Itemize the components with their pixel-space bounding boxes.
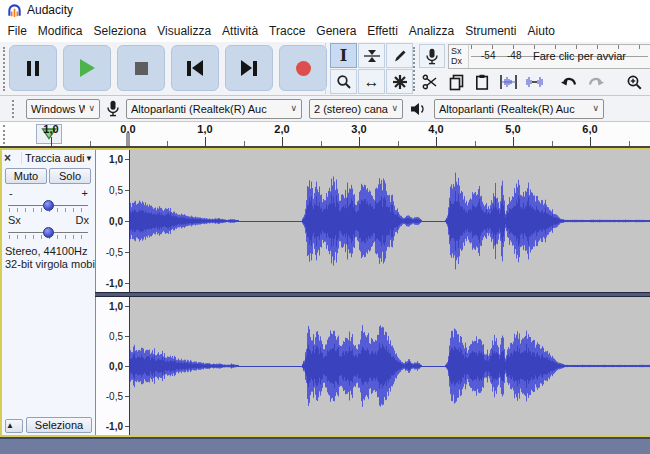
vruler-label: -1,0 [106, 278, 123, 289]
chevron-down-icon: ∨ [85, 104, 95, 113]
stop-button[interactable] [117, 45, 165, 91]
timeline-label: 5,0 [505, 123, 520, 135]
stop-icon [135, 62, 148, 75]
vertical-ruler-ch1[interactable]: 1,00,50,0-0,5-1,0 [95, 150, 129, 292]
silence-icon [525, 74, 544, 90]
gain-slider-thumb[interactable] [43, 200, 54, 211]
pause-button[interactable] [9, 45, 57, 91]
multi-tool-button[interactable] [386, 69, 413, 94]
copy-button[interactable] [443, 70, 469, 94]
menu-item-modifica[interactable]: Modifica [32, 21, 88, 41]
menu-item-effetti[interactable]: Effetti [362, 21, 403, 41]
timeline-label: 1,0 [43, 123, 58, 135]
pan-right-label: Dx [76, 214, 89, 226]
track-control-panel: × Traccia audi ▼ Muto Solo - + Sx Dx Ste… [2, 150, 95, 435]
timeline-label: 3,0 [351, 123, 366, 135]
scissors-icon [422, 74, 438, 90]
gain-max-label: + [82, 187, 88, 199]
meter-status-text: Fare clic per avviar [533, 50, 626, 62]
menu-item-strumenti[interactable]: Strumenti [460, 21, 522, 41]
timeline-label: 4,0 [428, 123, 443, 135]
record-button[interactable] [279, 45, 327, 91]
audio-host-select[interactable]: Windows W ∨ [26, 99, 100, 119]
recording-device-select[interactable]: Altoparlanti (Realtek(R) Auc ∨ [126, 99, 302, 119]
vertical-ruler-ch2[interactable]: 1,00,50,0-0,5-1,0 [95, 297, 129, 435]
waveform-ch1[interactable] [129, 150, 650, 292]
edit-toolbar [417, 69, 647, 95]
track-info-format: Stereo, 44100Hz [5, 245, 95, 257]
menu-item-attività[interactable]: Attività [217, 21, 264, 41]
device-toolbar-grip[interactable] [12, 100, 17, 118]
menu-item-visualizza[interactable]: Visualizza [152, 21, 217, 41]
vruler-label: 0,0 [109, 216, 123, 227]
vruler-label: -0,5 [106, 247, 123, 258]
title-bar: Audacity [0, 0, 650, 20]
pan-slider-thumb[interactable] [43, 227, 54, 238]
play-icon [80, 59, 95, 77]
microphone-icon [107, 100, 119, 117]
pan-slider[interactable] [8, 227, 88, 241]
paste-icon [474, 74, 490, 91]
playback-device-select[interactable]: Altoparlanti (Realtek(R) Auc ∨ [434, 99, 604, 119]
vruler-label: 1,0 [109, 154, 123, 165]
meter-scale-label: -48 [507, 50, 521, 61]
magnifier-icon [336, 74, 352, 90]
microphone-icon [426, 48, 438, 65]
envelope-tool-button[interactable] [358, 43, 385, 68]
skip-start-icon [187, 60, 203, 76]
record-icon [296, 61, 311, 76]
chevron-down-icon: ∨ [287, 104, 297, 113]
silence-audio-button[interactable] [521, 70, 547, 94]
meter-scale-label: -54 [481, 50, 495, 61]
pan-left-label: Sx [8, 214, 21, 226]
zoom-tool-button[interactable] [330, 69, 357, 94]
trim-icon [499, 74, 518, 90]
transport-toolbar-grip[interactable] [3, 47, 8, 91]
mute-button[interactable]: Muto [5, 168, 47, 184]
track-name-dropdown[interactable]: Traccia audi ▼ [21, 152, 93, 164]
audacity-logo-icon [7, 3, 22, 18]
empty-track-space [0, 437, 650, 454]
close-track-button[interactable]: × [4, 151, 18, 165]
menu-item-aiuto[interactable]: Aiuto [522, 21, 560, 41]
waveform-ch2[interactable] [129, 297, 650, 435]
trim-audio-button[interactable] [495, 70, 521, 94]
play-button[interactable] [63, 45, 111, 91]
draw-tool-button[interactable] [386, 43, 413, 68]
timeline-label: 2,0 [274, 123, 289, 135]
track-name: Traccia audi [25, 152, 85, 164]
menu-item-seleziona[interactable]: Seleziona [88, 21, 152, 41]
redo-icon [586, 75, 605, 89]
cut-button[interactable] [417, 70, 443, 94]
record-meter-mic-button[interactable] [419, 44, 445, 68]
collapse-track-button[interactable]: ▲ [5, 419, 23, 433]
timeshift-tool-button[interactable]: ↔ [358, 69, 385, 94]
vruler-label: 0,5 [109, 185, 123, 196]
recording-channels-select[interactable]: 2 (stereo) canali d ∨ [309, 99, 403, 119]
transport-toolbar [9, 45, 327, 91]
gain-slider[interactable] [8, 200, 88, 214]
zoom-in-button[interactable] [621, 70, 647, 94]
selection-tool-button[interactable]: I [330, 43, 357, 68]
skip-to-start-button[interactable] [171, 45, 219, 91]
redo-button[interactable] [582, 70, 608, 94]
timeline-label: 1,0 [197, 123, 212, 135]
menu-item-tracce[interactable]: Tracce [264, 21, 311, 41]
paste-button[interactable] [469, 70, 495, 94]
window-title: Audacity [27, 3, 73, 17]
solo-button[interactable]: Solo [49, 168, 91, 184]
menu-item-genera[interactable]: Genera [311, 21, 362, 41]
chevron-down-icon: ∨ [589, 104, 599, 113]
track-area: × Traccia audi ▼ Muto Solo - + Sx Dx Ste… [0, 148, 650, 437]
timeline-grip[interactable] [3, 125, 8, 144]
menu-item-analizza[interactable]: Analizza [403, 21, 459, 41]
timeline-ruler[interactable]: 1,00,01,02,03,04,05,06,0 [0, 122, 650, 148]
recording-meter[interactable]: Sx Dx -54 -48 Fare clic per avviar [448, 44, 650, 69]
zoom-in-icon [626, 74, 643, 91]
menu-item-file[interactable]: File [2, 21, 32, 41]
meter-channel-labels: Sx Dx [449, 45, 469, 68]
select-track-button[interactable]: Seleziona [26, 417, 92, 433]
undo-button[interactable] [556, 70, 582, 94]
skip-to-end-button[interactable] [225, 45, 273, 91]
timeline-label: 6,0 [582, 123, 597, 135]
